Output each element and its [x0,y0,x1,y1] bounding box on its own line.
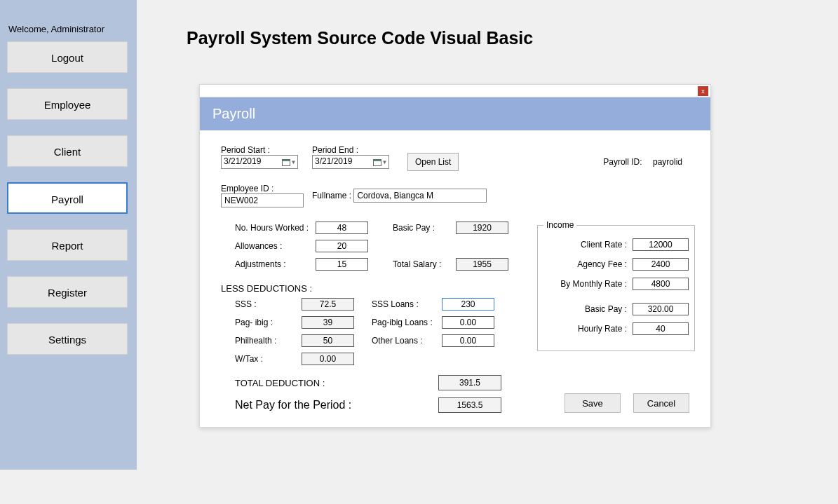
svg-rect-1 [282,159,290,161]
employee-id-input[interactable] [221,193,304,207]
hourly-rate-label: Hourly Rate : [578,324,627,334]
cancel-button[interactable]: Cancel [633,393,689,413]
fullname-input[interactable] [353,189,487,203]
philhealth-label: Philhealth : [235,336,302,346]
employee-id-label: Employee ID : [221,184,273,193]
allowances-value[interactable]: 20 [316,240,368,252]
bymonthly-value: 4800 [633,278,689,290]
payroll-id-label: Payroll ID: [603,157,642,167]
client-rate-value: 12000 [633,238,689,251]
payroll-id-value: payrolid [653,157,682,167]
footer-buttons: Save Cancel [565,393,689,413]
income-basic-pay-label: Basic Pay : [585,304,627,314]
philhealth-value: 50 [302,334,354,347]
titlebar: x [200,85,710,97]
close-button[interactable]: x [698,86,708,96]
income-fieldset: Income Client Rate : 12000 Agency Fee : … [537,220,695,351]
netpay-label: Net Pay for the Period : [235,399,438,411]
open-list-button[interactable]: Open List [407,153,459,171]
fullname-label: Fullname : [312,191,351,200]
sss-label: SSS : [235,299,302,309]
period-start-value: 3/21/2019 [224,156,261,166]
form-area: Period Start : 3/21/2019 ▼ Period End : … [200,130,710,427]
welcome-text: Welcome, Administrator [8,24,130,34]
agency-fee-label: Agency Fee : [577,259,627,269]
calendar-icon [373,158,381,166]
sss-loans-value[interactable]: 230 [442,298,494,311]
sidebar-item-payroll[interactable]: Payroll [7,182,128,214]
basic-pay-label: Basic Pay : [393,223,456,233]
sidebar-item-logout[interactable]: Logout [7,41,128,73]
adjustments-label: Adjustments : [235,259,316,269]
page-title: Payroll System Source Code Visual Basic [187,28,533,48]
chevron-down-icon: ▼ [382,159,388,165]
client-rate-label: Client Rate : [581,240,627,250]
pagibig-value: 39 [302,316,354,329]
pagibig-loans-value[interactable]: 0.00 [442,316,494,329]
sss-value: 72.5 [302,298,354,311]
pagibig-loans-label: Pag-ibig Loans : [372,318,442,327]
calendar-icon [282,158,290,166]
bymonthly-label: By Monthly Rate : [560,279,627,289]
wtax-label: W/Tax : [235,354,302,364]
pagibig-label: Pag- ibig : [235,318,302,327]
period-start-toggle[interactable]: ▼ [281,156,297,168]
sidebar-item-settings[interactable]: Settings [7,323,128,355]
sidebar: Welcome, Administrator Logout Employee C… [0,0,137,470]
other-loans-value[interactable]: 0.00 [442,334,494,347]
close-icon: x [701,88,705,95]
sidebar-item-employee[interactable]: Employee [7,88,128,120]
netpay-value: 1563.5 [438,397,501,413]
period-end-value: 3/21/2019 [315,156,352,166]
window-banner: Payroll [200,97,710,130]
period-start-label: Period Start : [221,145,270,155]
period-end-label: Period End : [312,145,358,155]
period-end-input[interactable]: 3/21/2019 ▼ [312,155,389,169]
payroll-window: x Payroll Period Start : 3/21/2019 ▼ Per… [199,84,711,428]
income-legend: Income [543,220,576,230]
hours-worked-value[interactable]: 48 [316,222,368,234]
sss-loans-label: SSS Loans : [372,299,442,309]
hourly-rate-value: 40 [633,322,689,335]
sidebar-item-client[interactable]: Client [7,135,128,167]
total-salary-value: 1955 [456,258,508,271]
total-deduction-label: TOTAL DEDUCTION : [235,378,438,388]
income-basic-pay-value: 320.00 [633,303,689,315]
period-start-input[interactable]: 3/21/2019 ▼ [221,155,298,169]
total-deduction-value: 391.5 [438,375,501,390]
svg-rect-3 [373,159,381,161]
chevron-down-icon: ▼ [291,159,297,165]
total-salary-label: Total Salary : [393,259,456,269]
sidebar-item-report[interactable]: Report [7,229,128,261]
agency-fee-value: 2400 [633,258,689,271]
wtax-value: 0.00 [302,353,354,365]
period-end-toggle[interactable]: ▼ [372,156,388,168]
save-button[interactable]: Save [565,393,621,413]
basic-pay-value: 1920 [456,222,508,234]
other-loans-label: Other Loans : [372,336,442,346]
sidebar-item-register[interactable]: Register [7,276,128,308]
allowances-label: Allowances : [235,241,316,251]
hours-worked-label: No. Hours Worked : [235,223,316,233]
adjustments-value[interactable]: 15 [316,258,368,271]
